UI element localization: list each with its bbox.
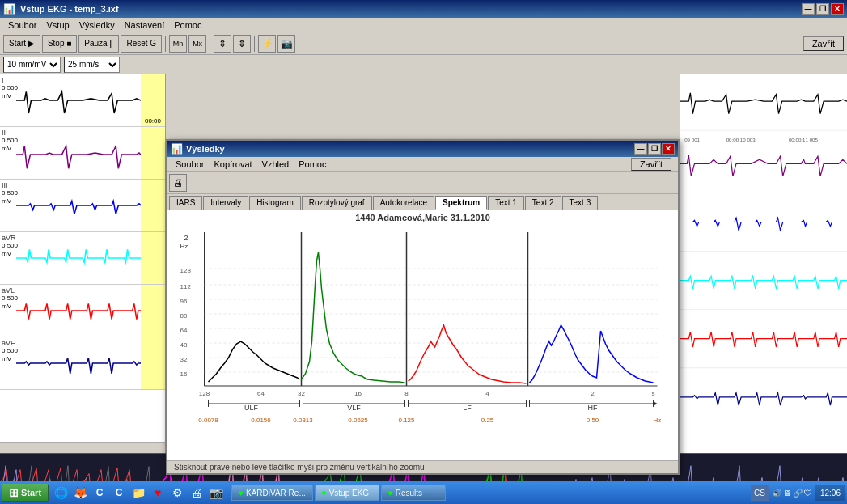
tab-histogram[interactable]: Histogram: [249, 196, 301, 210]
right-ecg-strip: 09 001 00:00:10 003 00:00:11 005: [680, 74, 847, 453]
spectrum-svg-chart: 2 Hz 128 112 96 80 64 48 32 16: [172, 224, 673, 443]
ecg-channel-I: I 0.500 mV 00:00: [0, 74, 165, 127]
dialog-content: 1440 Adamcová,Marie 31.1.2010 2 Hz 128 1…: [167, 210, 678, 460]
svg-text:0.125: 0.125: [398, 417, 415, 424]
svg-text:VLF: VLF: [347, 404, 361, 412]
svg-text:16: 16: [180, 371, 188, 378]
tab-autokorelace[interactable]: Autokorelace: [373, 196, 434, 210]
ecg-wave-aVL: [16, 285, 141, 337]
dialog-menu-soubor[interactable]: Soubor: [171, 159, 209, 169]
network-icon[interactable]: 🔗: [793, 489, 803, 498]
dialog-menu-pomoc[interactable]: Pomoc: [294, 159, 331, 169]
printer-tb-icon[interactable]: 🖨: [188, 484, 205, 502]
system-clock: 12:06: [815, 485, 845, 501]
tab-iars[interactable]: IARS: [169, 196, 202, 210]
yellow-highlight-aVL: [141, 285, 165, 337]
maximize-button[interactable]: ❐: [816, 3, 829, 15]
svg-text:0.0156: 0.0156: [251, 417, 271, 424]
svg-text:ULF: ULF: [244, 404, 259, 412]
tab-spektrum[interactable]: Spektrum: [435, 196, 487, 210]
heart-icon[interactable]: ♥: [149, 484, 167, 502]
settings-icon[interactable]: ⚙: [168, 484, 186, 502]
c-icon-2[interactable]: C: [110, 484, 128, 502]
dialog-maximize[interactable]: ❐: [648, 143, 661, 155]
dialog-minimize[interactable]: —: [634, 143, 647, 155]
right-ecg-svg: 09 001 00:00:10 003 00:00:11 005: [680, 74, 847, 453]
title-bar: 📊 Vstup EKG - temp_3.ixf — ❐ ✕: [0, 0, 847, 18]
channel-II-mv-label: mV: [2, 145, 11, 152]
svg-text:64: 64: [257, 390, 265, 397]
taskbar-apps: ♥ KARDiVAR Re... ♥ Vstup EKG ♥ Results: [231, 485, 446, 501]
main-area: I 0.500 mV 00:00 II 0.500 mV: [0, 74, 847, 453]
camera-icon[interactable]: 📷: [277, 35, 295, 53]
stop-button[interactable]: Stop ■: [42, 35, 77, 53]
speaker-icon[interactable]: 🔊: [772, 489, 781, 498]
dialog-close[interactable]: ✕: [662, 143, 675, 155]
taskbar-vstup-ekg[interactable]: ♥ Vstup EKG: [315, 485, 379, 501]
svg-text:HF: HF: [588, 404, 598, 412]
arrow-up-down-1-icon[interactable]: ⇕: [214, 35, 231, 53]
voltage-select[interactable]: 10 mm/mV 5 mm/mV 20 mm/mV: [3, 57, 61, 73]
menu-vstup[interactable]: Vstup: [41, 20, 74, 30]
main-zavrit-button[interactable]: Zavřít: [803, 36, 844, 51]
start-button[interactable]: Start ▶: [3, 35, 40, 53]
menu-bar: Soubor Vstup Výsledky Nastavení Pomoc: [0, 18, 847, 32]
c-icon-1[interactable]: C: [91, 484, 108, 502]
arrow-up-down-2-icon[interactable]: ⇕: [233, 35, 251, 53]
monitor-icon[interactable]: 🖥: [783, 489, 791, 498]
start-button[interactable]: ⊞ Start: [2, 484, 49, 502]
dialog-title: Výsledky: [186, 144, 225, 154]
svg-text:128: 128: [199, 390, 210, 397]
svg-text:4: 4: [485, 390, 489, 397]
svg-text:128: 128: [180, 267, 192, 274]
svg-text:09 001: 09 001: [684, 137, 700, 142]
svg-text:112: 112: [180, 283, 192, 290]
svg-text:48: 48: [180, 341, 188, 349]
dialog-zavrit-button[interactable]: Zavřít: [631, 158, 671, 171]
mx-icon[interactable]: Mx: [188, 35, 206, 53]
tab-rozptylovy[interactable]: Rozptylový graf: [302, 196, 372, 210]
taskbar-results[interactable]: ♥ Results: [381, 485, 446, 501]
ecg-wave-II: [16, 127, 141, 179]
mn-icon[interactable]: Mn: [169, 35, 187, 53]
sys-tray-icons: 🔊 🖥 🔗 🛡: [772, 489, 812, 498]
svg-text:00:00:10 003: 00:00:10 003: [726, 137, 756, 142]
menu-nastaveni[interactable]: Nastavení: [120, 20, 170, 30]
channel-aVL-mv-label: mV: [2, 303, 11, 310]
speed-select[interactable]: 25 mm/s 50 mm/s 12.5 mm/s: [64, 57, 120, 73]
toolbar-separator-1: [165, 36, 166, 52]
menu-vysledky[interactable]: Výsledky: [74, 20, 120, 30]
start-icon: ⊞: [9, 486, 19, 499]
svg-text:Hz: Hz: [180, 243, 188, 250]
folder-icon[interactable]: 📁: [129, 484, 147, 502]
menu-pomoc[interactable]: Pomoc: [169, 20, 206, 30]
dialog-menu-kopirovat[interactable]: Kopírovat: [209, 159, 256, 169]
taskbar-kardivar[interactable]: ♥ KARDiVAR Re...: [231, 485, 313, 501]
tab-text3[interactable]: Text 3: [562, 196, 599, 210]
menu-soubor[interactable]: Soubor: [3, 20, 41, 30]
pause-button[interactable]: Pauza ‖: [78, 35, 119, 53]
dialog-tabs: IARS Intervaly Histogram Rozptylový graf…: [167, 194, 678, 210]
clock-time: 12:06: [820, 489, 841, 498]
ie-icon[interactable]: 🌐: [52, 484, 70, 502]
tab-intervaly[interactable]: Intervaly: [203, 196, 248, 210]
yellow-highlight-II: [141, 127, 165, 179]
channel-aVR-label: aVR: [2, 234, 16, 242]
dialog-printer-icon[interactable]: 🖨: [169, 174, 187, 192]
lightning-icon[interactable]: ⚡: [258, 35, 276, 53]
minimize-button[interactable]: —: [802, 3, 815, 15]
ecg-channel-II: II 0.500 mV: [0, 127, 165, 180]
close-button[interactable]: ✕: [831, 3, 844, 15]
reset-button[interactable]: Reset G: [121, 35, 162, 53]
ecg-wave-III: [16, 180, 141, 231]
camera-tb-icon[interactable]: 📷: [207, 484, 225, 502]
dialog-menu-vzhled[interactable]: Vzhled: [257, 159, 294, 169]
left-ecg-scrollbar[interactable]: [0, 442, 165, 453]
tab-text1[interactable]: Text 1: [488, 196, 524, 210]
svg-text:32: 32: [298, 390, 305, 397]
svg-text:2: 2: [591, 390, 595, 397]
svg-text:LF: LF: [463, 404, 472, 412]
firefox-icon[interactable]: 🦊: [71, 484, 89, 502]
tab-text2[interactable]: Text 2: [525, 196, 561, 210]
shield-icon[interactable]: 🛡: [804, 489, 812, 498]
